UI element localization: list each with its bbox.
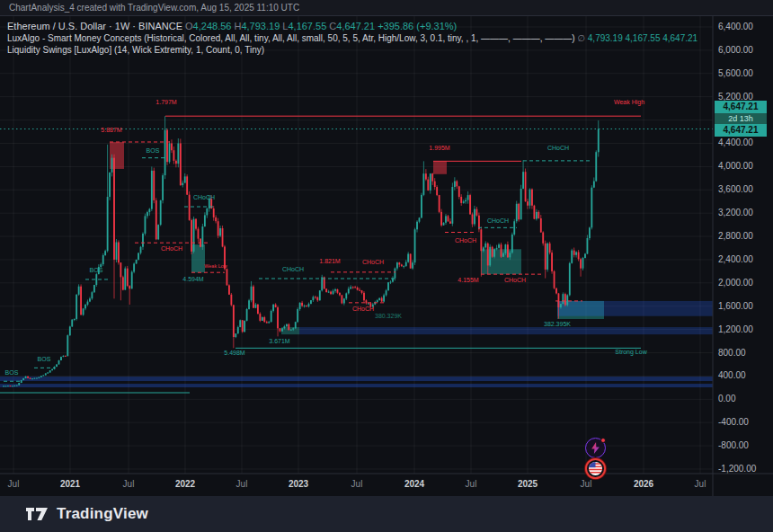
legend-part: 4,793.19 4,167.55 4,647.21 (588, 33, 697, 43)
svg-text:1.995M: 1.995M (429, 145, 450, 151)
time-tick-label: 2025 (518, 479, 538, 489)
legend-part: LuxAlgo - Smart Money Concepts (Historic… (7, 33, 577, 43)
svg-text:380.329K: 380.329K (375, 313, 402, 319)
svg-text:Weak High: Weak High (614, 99, 644, 106)
legend-part: 4,793.19 (241, 21, 280, 31)
svg-text:CHoCH: CHoCH (504, 277, 526, 283)
time-tick-label: 2026 (634, 479, 653, 489)
price-tick-label: -800.00 (718, 440, 749, 450)
bar-countdown: 2d 13h (715, 113, 767, 124)
svg-text:CHoCH: CHoCH (547, 145, 569, 151)
time-tick-label: 2021 (60, 479, 80, 489)
price-tick-label: 2,800.00 (718, 231, 753, 241)
svg-text:CHoCH: CHoCH (161, 245, 182, 252)
price-tick-label: 4,000.00 (718, 161, 753, 171)
svg-text:5.498M: 5.498M (224, 350, 245, 356)
svg-text:3.671M: 3.671M (269, 338, 290, 344)
legend-part: ∅ (577, 33, 588, 43)
time-tick-label: Jul (351, 479, 363, 489)
snapshot-title-bar: ChartAnalysis_4 created with TradingView… (0, 0, 773, 16)
time-tick-label: Jul (695, 479, 706, 489)
svg-text:5.887M: 5.887M (101, 127, 122, 133)
chart-page: 1.797M5.887MBOSCHoCHCHoCHWeak Low4.594MB… (0, 0, 773, 532)
price-tick-label: 6,400.00 (718, 22, 753, 31)
tradingview-logo-icon (25, 507, 49, 522)
flash-icon[interactable] (585, 438, 606, 458)
time-tick-label: 2022 (175, 479, 195, 489)
snapshot-title: ChartAnalysis_4 created with TradingView… (9, 3, 299, 13)
tradingview-logo[interactable]: TradingView (25, 505, 148, 523)
price-tick-label: 1,200.00 (718, 324, 753, 334)
flag-glyph (589, 462, 602, 475)
svg-text:CHoCH: CHoCH (487, 217, 509, 224)
time-tick-label: Jul (123, 479, 135, 489)
us-flag-icon[interactable] (585, 458, 606, 479)
svg-text:4.594M: 4.594M (182, 276, 204, 282)
last-price-value: 4,647.21 (715, 101, 767, 113)
svg-text:BOS: BOS (147, 147, 160, 154)
time-tick-label: 2024 (404, 479, 424, 489)
svg-text:CHoCH: CHoCH (282, 266, 304, 272)
svg-text:382.395K: 382.395K (544, 321, 571, 327)
last-price-badge: 4,647.21 2d 13h 4,647.21 (715, 101, 767, 137)
price-tick-label: 800.00 (718, 348, 746, 358)
svg-text:4.155M: 4.155M (458, 277, 479, 283)
tradingview-brand-text: TradingView (57, 505, 148, 523)
indicator-legend-smc[interactable]: LuxAlgo - Smart Money Concepts (Historic… (7, 33, 697, 43)
time-tick-label: 2023 (289, 479, 308, 489)
price-tick-label: -1,200.00 (718, 464, 756, 474)
svg-text:CHoCH: CHoCH (193, 194, 215, 200)
price-tick-label: 1,600.00 (718, 301, 753, 311)
candles-layer (3, 116, 600, 386)
price-tick-label: 5,600.00 (718, 68, 753, 78)
price-tick-label: 400.00 (718, 370, 746, 380)
svg-text:CHoCH: CHoCH (455, 237, 476, 244)
legend-part: Ethereum / U.S. Dollar · 1W · BINANCE (7, 21, 185, 31)
svg-text:BOS: BOS (38, 356, 51, 362)
legend-part: 4,167.55 (288, 21, 326, 31)
legend-part: +395.86 (+9.31%) (375, 21, 457, 31)
price-tick-label: 0.00 (718, 394, 735, 403)
price-tick-label: 3,200.00 (718, 208, 753, 217)
symbol-legend[interactable]: Ethereum / U.S. Dollar · 1W · BINANCE O4… (7, 21, 457, 31)
lightning-glyph (590, 442, 601, 454)
svg-text:CHoCH: CHoCH (362, 259, 384, 265)
legend-part: 4,647.21 (336, 21, 375, 31)
current-price-value: 4,647.21 (715, 124, 767, 137)
price-tick-label: 4,400.00 (718, 137, 753, 147)
time-tick-label: Jul (8, 479, 20, 489)
price-tick-label: 3,600.00 (718, 184, 753, 194)
legend-part: H (231, 21, 241, 31)
price-tick-label: 6,000.00 (718, 45, 753, 55)
time-tick-label: Jul (236, 479, 248, 489)
indicator-legend-liquidity[interactable]: Liquidity Swings [LuxAlgo] (14, Wick Ext… (7, 45, 264, 55)
time-tick-label: Jul (466, 479, 477, 489)
price-tick-label: 2,400.00 (718, 254, 753, 264)
svg-text:Weak Low: Weak Low (204, 263, 227, 269)
price-tick-label: 2,000.00 (718, 278, 753, 288)
svg-text:1.797M: 1.797M (155, 99, 177, 105)
svg-text:BOS: BOS (5, 369, 19, 376)
svg-text:1.821M: 1.821M (319, 258, 341, 264)
svg-text:BOS: BOS (90, 267, 103, 273)
svg-text:Strong Low: Strong Low (615, 349, 647, 356)
footer-bar: TradingView (0, 496, 773, 532)
time-tick-label: Jul (581, 479, 592, 489)
svg-text:CHoCH: CHoCH (352, 306, 374, 312)
legend-part: 4,248.56 (193, 21, 232, 31)
notification-dot (600, 438, 606, 443)
legend-part: C (326, 21, 336, 31)
price-tick-label: -400.00 (718, 417, 749, 427)
legend-part: O (185, 21, 193, 31)
chart-canvas[interactable]: 1.797M5.887MBOSCHoCHCHoCHWeak Low4.594MB… (0, 0, 773, 496)
